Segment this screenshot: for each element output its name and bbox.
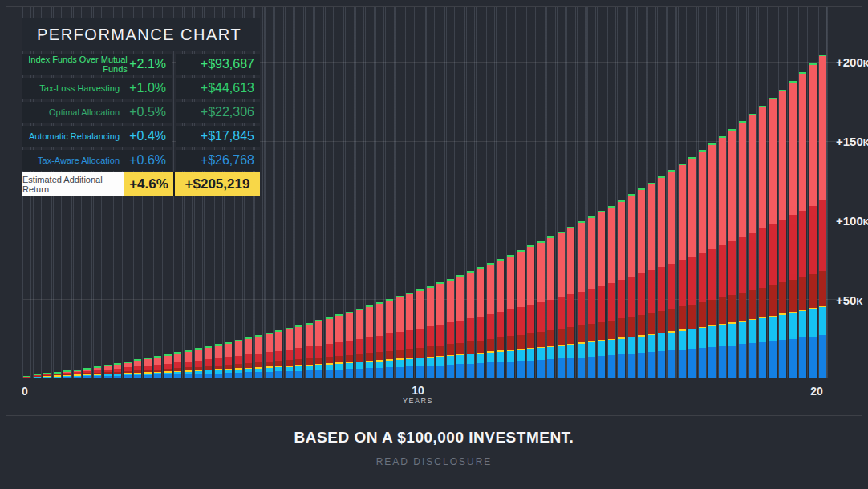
bar-tip-accent [266, 333, 273, 334]
bar [547, 236, 554, 378]
bar-segment [708, 347, 716, 378]
bar-divider-accent [386, 359, 393, 361]
bar-segment [306, 370, 313, 378]
bar [537, 241, 545, 378]
bar-tip-accent [598, 211, 605, 212]
bar-segment [366, 368, 373, 378]
bar-divider-accent [578, 342, 585, 344]
bar [366, 305, 373, 378]
bar-segment [386, 333, 393, 350]
bar-tip-accent [235, 340, 242, 341]
bar [779, 90, 786, 378]
bar-segment [356, 362, 363, 368]
bar [578, 221, 585, 378]
y-axis-label-150k: +150K [831, 135, 868, 149]
bar-divider-accent [588, 341, 595, 343]
bar-divider-accent [124, 373, 132, 374]
bar [638, 188, 645, 378]
bar-segment [668, 350, 675, 378]
bar [699, 150, 706, 378]
bar-segment [588, 357, 595, 378]
bar-segment [699, 348, 706, 378]
bar-divider-accent [83, 374, 91, 376]
bar-segment [74, 371, 81, 372]
bar-tip-accent [588, 216, 595, 218]
bar-segment [114, 376, 121, 378]
bar [94, 366, 101, 378]
bar-divider-accent [215, 369, 222, 370]
bar-segment [558, 233, 565, 297]
bar-segment [376, 304, 383, 335]
bar-segment [517, 361, 525, 378]
bar-divider-accent [799, 310, 806, 312]
bar-tip-accent [154, 356, 161, 358]
bar-tip-accent [497, 259, 504, 261]
bar-segment [54, 377, 61, 378]
bar-divider-accent [396, 358, 404, 360]
bar-segment [547, 300, 554, 330]
bar [396, 296, 404, 378]
bar-segment [427, 288, 434, 327]
read-disclosure-link[interactable]: READ DISCLOSURE [0, 456, 868, 467]
bar-segment [799, 311, 806, 337]
bar [588, 216, 595, 378]
bar-segment [427, 346, 434, 356]
bar-divider-accent [427, 357, 434, 358]
bar [43, 374, 51, 378]
bar-divider-accent [456, 354, 464, 356]
bar-segment [215, 374, 222, 378]
bar-segment [507, 351, 514, 362]
bar-segment [699, 328, 706, 348]
bar-segment [245, 372, 252, 378]
legend-row-percent: +0.4% [120, 129, 172, 143]
bar-segment [648, 352, 655, 378]
bar-tip-accent [185, 350, 192, 352]
bar-divider-accent [779, 313, 786, 315]
bar-segment [598, 356, 605, 378]
bar-segment [719, 346, 726, 378]
bar-segment [195, 371, 202, 374]
bar-segment [456, 355, 464, 364]
chart-panel: +200K +150K +100K +50K 0 10 YEARS 20 PER… [6, 6, 862, 416]
y-axis-label-50k: +50K [831, 293, 868, 308]
bar-segment [63, 374, 71, 375]
bar-segment [739, 237, 746, 293]
bar-divider-accent [346, 362, 353, 364]
bar-tip-accent [507, 255, 514, 257]
bar [215, 344, 222, 378]
bar-tip-accent [23, 376, 30, 377]
bar-segment [386, 361, 393, 367]
bar-segment [416, 348, 424, 358]
bar [427, 286, 434, 378]
bar-segment [83, 373, 91, 374]
legend-row-label: Tax-Loss Harvesting [39, 83, 120, 93]
bar-segment [628, 337, 635, 354]
bar-segment [326, 344, 333, 357]
bar-segment [467, 273, 474, 318]
x-tick-20: 20 [793, 385, 841, 398]
bar-tip-accent [658, 176, 665, 178]
bar-segment [356, 354, 363, 361]
bar-segment [456, 277, 464, 321]
bar-segment [185, 372, 192, 374]
bar-segment [749, 320, 756, 343]
bar-segment [427, 366, 434, 378]
bar-segment [154, 370, 161, 372]
bar-segment [598, 341, 605, 356]
bar [205, 346, 212, 378]
bar-segment [567, 294, 574, 327]
bar-segment [447, 356, 454, 365]
bar-segment [527, 333, 534, 348]
legend-row-value: +$26,768 [201, 153, 254, 168]
bar-segment [547, 330, 554, 346]
bar-segment [124, 374, 132, 376]
bar-segment [799, 211, 806, 277]
bar-segment [174, 362, 181, 368]
bar-segment [406, 330, 413, 349]
bar [335, 314, 343, 378]
bar [628, 194, 635, 378]
bar-segment [487, 353, 494, 362]
bar [23, 376, 30, 378]
legend-row-label: Tax-Aware Allocation [38, 156, 120, 165]
bar-segment [699, 152, 706, 253]
